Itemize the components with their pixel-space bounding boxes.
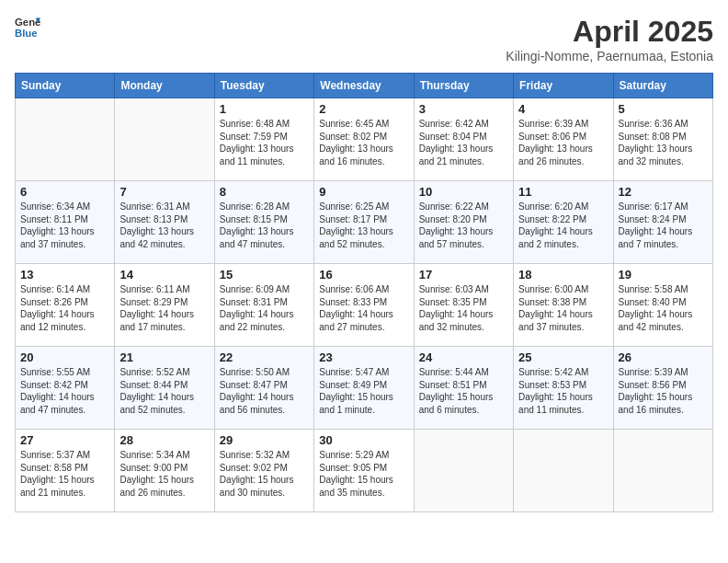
day-number: 12 [619, 185, 708, 199]
calendar-cell: 10Sunrise: 6:22 AM Sunset: 8:20 PM Dayli… [414, 181, 513, 264]
day-number: 28 [119, 433, 209, 447]
calendar-subtitle: Kilingi-Nomme, Paernumaa, Estonia [506, 49, 713, 63]
calendar-cell: 19Sunrise: 5:58 AM Sunset: 8:40 PM Dayli… [613, 264, 712, 347]
day-number: 20 [20, 350, 109, 364]
day-number: 14 [119, 268, 209, 282]
weekday-header-thursday: Thursday [414, 74, 513, 98]
calendar-cell: 13Sunrise: 6:14 AM Sunset: 8:26 PM Dayli… [16, 264, 115, 347]
day-info: Sunrise: 5:52 AM Sunset: 8:44 PM Dayligh… [119, 366, 209, 416]
calendar-cell [613, 430, 712, 512]
calendar-cell: 17Sunrise: 6:03 AM Sunset: 8:35 PM Dayli… [414, 264, 513, 347]
calendar-cell: 2Sunrise: 6:45 AM Sunset: 8:02 PM Daylig… [314, 98, 414, 181]
calendar-cell: 23Sunrise: 5:47 AM Sunset: 8:49 PM Dayli… [314, 347, 414, 430]
calendar-cell: 25Sunrise: 5:42 AM Sunset: 8:53 PM Dayli… [514, 347, 613, 430]
day-info: Sunrise: 6:09 AM Sunset: 8:31 PM Dayligh… [220, 283, 309, 333]
calendar-cell: 3Sunrise: 6:42 AM Sunset: 8:04 PM Daylig… [414, 98, 513, 181]
calendar-cell: 26Sunrise: 5:39 AM Sunset: 8:56 PM Dayli… [613, 347, 712, 430]
day-number: 24 [419, 350, 508, 364]
day-info: Sunrise: 5:42 AM Sunset: 8:53 PM Dayligh… [518, 366, 608, 416]
calendar-cell: 4Sunrise: 6:39 AM Sunset: 8:06 PM Daylig… [514, 98, 613, 181]
day-number: 18 [518, 268, 608, 282]
day-info: Sunrise: 6:22 AM Sunset: 8:20 PM Dayligh… [419, 201, 508, 250]
weekday-header-row: SundayMondayTuesdayWednesdayThursdayFrid… [16, 74, 713, 98]
calendar-header: SundayMondayTuesdayWednesdayThursdayFrid… [16, 74, 713, 98]
weekday-header-wednesday: Wednesday [314, 74, 414, 98]
day-number: 23 [319, 350, 408, 364]
day-number: 5 [619, 102, 708, 116]
day-info: Sunrise: 6:45 AM Sunset: 8:02 PM Dayligh… [319, 118, 408, 167]
day-number: 25 [518, 350, 608, 364]
day-number: 7 [119, 185, 209, 199]
weekday-header-monday: Monday [115, 74, 214, 98]
weekday-header-sunday: Sunday [16, 74, 115, 98]
day-info: Sunrise: 6:00 AM Sunset: 8:38 PM Dayligh… [518, 283, 608, 333]
calendar-cell: 20Sunrise: 5:55 AM Sunset: 8:42 PM Dayli… [16, 347, 115, 430]
day-number: 3 [419, 102, 508, 116]
calendar-cell: 5Sunrise: 6:36 AM Sunset: 8:08 PM Daylig… [613, 98, 712, 181]
day-number: 13 [20, 268, 109, 282]
calendar-week-row: 20Sunrise: 5:55 AM Sunset: 8:42 PM Dayli… [16, 347, 713, 430]
calendar-body: 1Sunrise: 6:48 AM Sunset: 7:59 PM Daylig… [16, 98, 713, 512]
day-info: Sunrise: 6:25 AM Sunset: 8:17 PM Dayligh… [319, 201, 408, 250]
day-number: 27 [20, 433, 109, 447]
logo: General Blue [15, 15, 40, 40]
day-number: 22 [220, 350, 309, 364]
weekday-header-saturday: Saturday [613, 74, 712, 98]
calendar-cell [414, 430, 513, 512]
day-number: 10 [419, 185, 508, 199]
weekday-header-friday: Friday [514, 74, 613, 98]
calendar-cell: 15Sunrise: 6:09 AM Sunset: 8:31 PM Dayli… [214, 264, 313, 347]
calendar-cell: 12Sunrise: 6:17 AM Sunset: 8:24 PM Dayli… [613, 181, 712, 264]
svg-text:Blue: Blue [15, 28, 38, 39]
calendar-cell: 14Sunrise: 6:11 AM Sunset: 8:29 PM Dayli… [115, 264, 214, 347]
day-info: Sunrise: 6:11 AM Sunset: 8:29 PM Dayligh… [119, 283, 209, 333]
calendar-cell: 30Sunrise: 5:29 AM Sunset: 9:05 PM Dayli… [314, 430, 414, 512]
calendar-cell [115, 98, 214, 181]
day-number: 16 [319, 268, 408, 282]
calendar-week-row: 1Sunrise: 6:48 AM Sunset: 7:59 PM Daylig… [16, 98, 713, 181]
calendar-cell: 27Sunrise: 5:37 AM Sunset: 8:58 PM Dayli… [16, 430, 115, 512]
calendar-cell: 18Sunrise: 6:00 AM Sunset: 8:38 PM Dayli… [514, 264, 613, 347]
day-info: Sunrise: 5:58 AM Sunset: 8:40 PM Dayligh… [619, 283, 708, 333]
page-header: General Blue April 2025 Kilingi-Nomme, P… [15, 15, 713, 63]
calendar-cell: 11Sunrise: 6:20 AM Sunset: 8:22 PM Dayli… [514, 181, 613, 264]
day-number: 29 [220, 433, 309, 447]
day-info: Sunrise: 5:44 AM Sunset: 8:51 PM Dayligh… [419, 366, 508, 416]
calendar-table: SundayMondayTuesdayWednesdayThursdayFrid… [15, 73, 713, 512]
day-info: Sunrise: 6:48 AM Sunset: 7:59 PM Dayligh… [220, 118, 309, 167]
calendar-cell: 22Sunrise: 5:50 AM Sunset: 8:47 PM Dayli… [214, 347, 313, 430]
day-info: Sunrise: 6:28 AM Sunset: 8:15 PM Dayligh… [220, 201, 309, 250]
day-number: 6 [20, 185, 109, 199]
day-info: Sunrise: 5:29 AM Sunset: 9:05 PM Dayligh… [319, 449, 408, 499]
calendar-cell: 1Sunrise: 6:48 AM Sunset: 7:59 PM Daylig… [214, 98, 313, 181]
day-number: 30 [319, 433, 408, 447]
title-block: April 2025 Kilingi-Nomme, Paernumaa, Est… [506, 15, 713, 63]
day-info: Sunrise: 6:42 AM Sunset: 8:04 PM Dayligh… [419, 118, 508, 167]
day-number: 11 [518, 185, 608, 199]
day-info: Sunrise: 5:34 AM Sunset: 9:00 PM Dayligh… [119, 449, 209, 499]
day-number: 4 [518, 102, 608, 116]
calendar-cell [514, 430, 613, 512]
day-number: 26 [619, 350, 708, 364]
day-info: Sunrise: 6:20 AM Sunset: 8:22 PM Dayligh… [518, 201, 608, 250]
calendar-week-row: 27Sunrise: 5:37 AM Sunset: 8:58 PM Dayli… [16, 430, 713, 512]
calendar-cell: 7Sunrise: 6:31 AM Sunset: 8:13 PM Daylig… [115, 181, 214, 264]
calendar-cell: 21Sunrise: 5:52 AM Sunset: 8:44 PM Dayli… [115, 347, 214, 430]
day-info: Sunrise: 6:36 AM Sunset: 8:08 PM Dayligh… [619, 118, 708, 167]
day-number: 19 [619, 268, 708, 282]
calendar-week-row: 6Sunrise: 6:34 AM Sunset: 8:11 PM Daylig… [16, 181, 713, 264]
day-info: Sunrise: 6:17 AM Sunset: 8:24 PM Dayligh… [619, 201, 708, 250]
day-number: 1 [220, 102, 309, 116]
day-info: Sunrise: 5:32 AM Sunset: 9:02 PM Dayligh… [220, 449, 309, 499]
day-info: Sunrise: 6:06 AM Sunset: 8:33 PM Dayligh… [319, 283, 408, 333]
day-info: Sunrise: 5:55 AM Sunset: 8:42 PM Dayligh… [20, 366, 109, 416]
day-info: Sunrise: 6:14 AM Sunset: 8:26 PM Dayligh… [20, 283, 109, 333]
calendar-cell [16, 98, 115, 181]
day-info: Sunrise: 6:34 AM Sunset: 8:11 PM Dayligh… [20, 201, 109, 250]
day-info: Sunrise: 6:31 AM Sunset: 8:13 PM Dayligh… [119, 201, 209, 250]
calendar-cell: 28Sunrise: 5:34 AM Sunset: 9:00 PM Dayli… [115, 430, 214, 512]
day-number: 2 [319, 102, 408, 116]
day-number: 15 [220, 268, 309, 282]
calendar-week-row: 13Sunrise: 6:14 AM Sunset: 8:26 PM Dayli… [16, 264, 713, 347]
calendar-cell: 6Sunrise: 6:34 AM Sunset: 8:11 PM Daylig… [16, 181, 115, 264]
